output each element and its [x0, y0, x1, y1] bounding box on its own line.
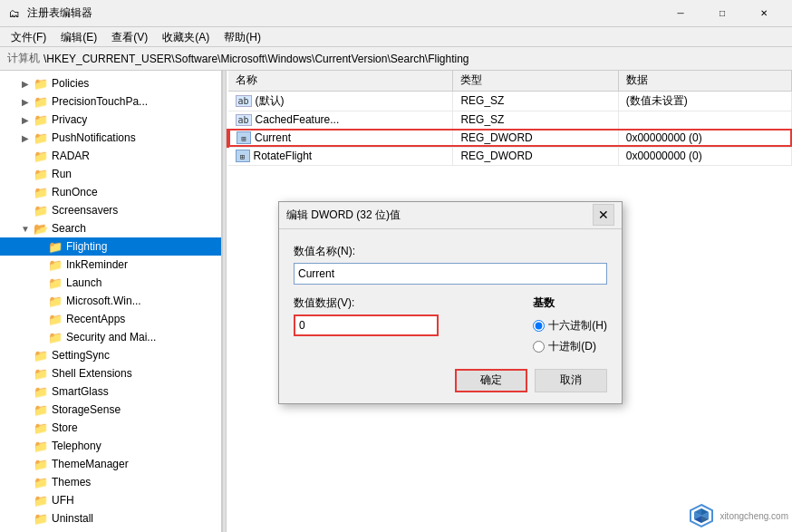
menu-view[interactable]: 查看(V) — [104, 27, 155, 47]
tree-item-store[interactable]: 📁 Store — [0, 419, 221, 437]
data-row: 数值数据(V): 基数 十六进制(H) 十进制(D) — [294, 295, 607, 354]
tree-toggle: ▶ — [18, 79, 33, 89]
minimize-button[interactable]: ─ — [660, 0, 701, 27]
tree-item-search[interactable]: ▼ 📂 Search — [0, 219, 221, 237]
reg-name-cell: abCachedFeature... — [228, 111, 453, 129]
data-input[interactable] — [294, 314, 439, 336]
reg-sz-icon: ab — [236, 114, 252, 126]
maximize-button[interactable]: □ — [701, 0, 743, 27]
folder-icon: 📁 — [47, 313, 63, 326]
tree-label: Microsoft.Win... — [66, 295, 141, 307]
tree-item-settingsync[interactable]: 📁 SettingSync — [0, 346, 221, 364]
reg-data-cell: (数值未设置) — [618, 91, 791, 111]
tree-toggle: ▼ — [18, 224, 33, 234]
tree-item-themes[interactable]: 📁 Themes — [0, 473, 221, 491]
dialog-close-button[interactable]: ✕ — [593, 204, 614, 226]
reg-name-cell: ab(默认) — [228, 91, 453, 111]
tree-item-policies[interactable]: ▶ 📁 Policies — [0, 74, 221, 92]
table-row[interactable]: ab(默认) REG_SZ (数值未设置) — [228, 91, 792, 111]
title-bar: 🗂 注册表编辑器 ─ □ ✕ — [0, 0, 792, 27]
folder-icon: 📁 — [33, 77, 49, 91]
folder-icon: 📁 — [33, 403, 49, 417]
tree-item-smartglass[interactable]: 📁 SmartGlass — [0, 382, 221, 401]
tree-item-ufh[interactable]: 📁 UFH — [0, 491, 221, 509]
tree-label: Run — [52, 168, 72, 180]
tree-item-shellextensions[interactable]: 📁 Shell Extensions — [0, 364, 221, 382]
name-input[interactable] — [294, 263, 607, 285]
folder-icon: 📁 — [33, 204, 49, 218]
tree-label: RADAR — [52, 150, 90, 162]
tree-item-screensavers[interactable]: 📁 Screensavers — [0, 201, 221, 219]
tree-toggle: ▶ — [18, 115, 33, 125]
folder-icon: 📁 — [33, 385, 49, 399]
reg-data-cell: 0x00000000 (0) — [618, 147, 791, 165]
table-row[interactable]: abCachedFeature... REG_SZ — [228, 111, 792, 129]
menu-help[interactable]: 帮助(H) — [217, 27, 268, 47]
tree-item-thememanager[interactable]: 📁 ThemeManager — [0, 455, 221, 473]
hex-radio[interactable] — [533, 320, 545, 332]
tree-item-precisiontouchpad[interactable]: ▶ 📁 PrecisionTouchPa... — [0, 92, 221, 111]
name-label: 数值名称(N): — [294, 244, 607, 259]
dialog-title: 编辑 DWORD (32 位)值 — [286, 208, 593, 223]
tree-label: Themes — [52, 476, 91, 488]
tree-label: UFH — [52, 494, 74, 507]
menu-favorites[interactable]: 收藏夹(A) — [155, 27, 217, 47]
ok-button[interactable]: 确定 — [455, 369, 527, 392]
reg-sz-icon: ab — [236, 95, 252, 107]
tree-label: Store — [52, 421, 78, 434]
reg-type-cell: REG_SZ — [453, 111, 618, 129]
folder-icon: 📁 — [33, 421, 49, 435]
tree-label: StorageSense — [52, 403, 121, 416]
dec-radio-label[interactable]: 十进制(D) — [533, 339, 607, 354]
reg-dword-icon: ⊞ — [237, 131, 251, 144]
cancel-button[interactable]: 取消 — [535, 369, 607, 392]
tree-panel[interactable]: ▶ 📁 Policies ▶ 📁 PrecisionTouchPa... ▶ 📁… — [0, 71, 222, 532]
window-controls: ─ □ ✕ — [660, 0, 785, 27]
registry-table: 名称 类型 数据 ab(默认) REG_SZ (数值未设置) abCa — [227, 71, 792, 166]
reg-type-cell: REG_DWORD — [453, 147, 618, 165]
tree-label: Security and Mai... — [66, 331, 156, 343]
folder-icon: 📁 — [47, 295, 63, 308]
tree-item-recentapps[interactable]: 📁 RecentApps — [0, 310, 221, 328]
folder-icon: 📁 — [33, 186, 49, 199]
tree-label: InkReminder — [66, 258, 128, 271]
base-section: 基数 十六进制(H) 十进制(D) — [533, 295, 607, 354]
tree-label: SettingSync — [52, 349, 110, 362]
menu-file[interactable]: 文件(F) — [4, 27, 53, 47]
tree-item-launch[interactable]: 📁 Launch — [0, 274, 221, 292]
close-button[interactable]: ✕ — [743, 0, 785, 27]
dec-radio[interactable] — [533, 341, 545, 353]
reg-dword-icon: ⊞ — [236, 150, 250, 162]
tree-item-radar[interactable]: 📁 RADAR — [0, 147, 221, 165]
base-label: 基数 — [533, 295, 607, 311]
tree-item-inkreminder[interactable]: 📁 InkReminder — [0, 256, 221, 274]
tree-label: RecentApps — [66, 313, 125, 325]
hex-radio-label[interactable]: 十六进制(H) — [533, 318, 607, 334]
tree-label: Flighting — [66, 240, 107, 253]
folder-icon: 📁 — [47, 240, 63, 254]
tree-label: Screensavers — [52, 204, 118, 217]
tree-item-run[interactable]: 📁 Run — [0, 165, 221, 183]
table-row-current[interactable]: ⊞Current REG_DWORD 0x00000000 (0) — [228, 129, 792, 147]
reg-type-cell: REG_DWORD — [453, 129, 618, 147]
tree-item-privacy[interactable]: ▶ 📁 Privacy — [0, 111, 221, 129]
tree-item-flighting[interactable]: 📁 Flighting — [0, 237, 221, 256]
edit-dword-dialog: 编辑 DWORD (32 位)值 ✕ 数值名称(N): 数值数据(V): 基数 … — [278, 201, 623, 404]
folder-icon: 📁 — [33, 95, 49, 109]
table-header-row: 名称 类型 数据 — [228, 71, 792, 91]
tree-item-telephony[interactable]: 📁 Telephony — [0, 437, 221, 455]
tree-item-pushnotifications[interactable]: ▶ 📁 PushNotifications — [0, 129, 221, 147]
tree-item-runonce[interactable]: 📁 RunOnce — [0, 183, 221, 201]
tree-label: RunOnce — [52, 186, 98, 198]
table-row[interactable]: ⊞RotateFlight REG_DWORD 0x00000000 (0) — [228, 147, 792, 165]
folder-icon: 📁 — [33, 476, 49, 489]
reg-type-cell: REG_SZ — [453, 91, 618, 111]
tree-item-uninstall[interactable]: 📁 Uninstall — [0, 509, 221, 527]
tree-label: Shell Extensions — [52, 367, 132, 380]
menu-edit[interactable]: 编辑(E) — [53, 27, 104, 47]
address-label: 计算机 — [7, 51, 40, 66]
col-name: 名称 — [228, 71, 453, 91]
tree-item-storagesense[interactable]: 📁 StorageSense — [0, 401, 221, 419]
tree-item-microsoftwin[interactable]: 📁 Microsoft.Win... — [0, 292, 221, 310]
tree-item-security-mail[interactable]: 📁 Security and Mai... — [0, 328, 221, 346]
